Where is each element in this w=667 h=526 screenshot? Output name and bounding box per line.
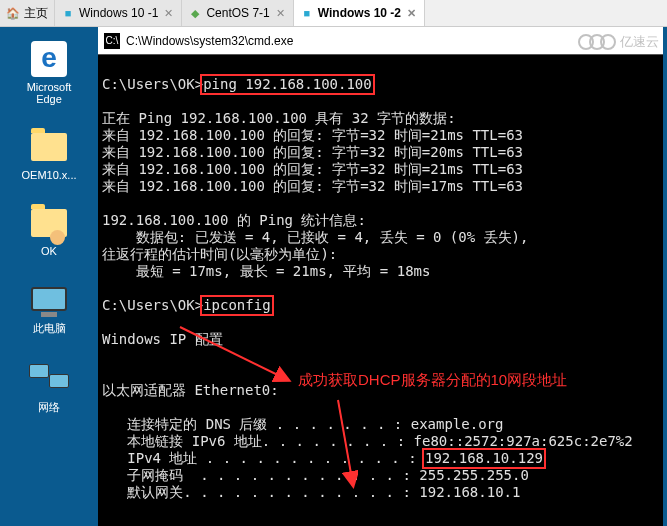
desktop-area: e Microsoft Edge OEM10.x... OK 此电脑 网络 (0, 27, 98, 526)
desktop-label: OK (9, 245, 89, 257)
highlight-ipconfig-cmd: ipconfig (200, 295, 273, 316)
cmd-text: 来自 192.168.100.100 的回复: 字节=32 时间=21ms TT… (102, 161, 523, 177)
cmd-text: 子网掩码 . . . . . . . . . . . . : 255.255.2… (102, 467, 529, 483)
cmd-text: 最短 = 17ms, 最长 = 21ms, 平均 = 18ms (102, 263, 430, 279)
desktop-item-edge[interactable]: e Microsoft Edge (9, 39, 89, 105)
cmd-icon: C:\ (104, 33, 120, 49)
cmd-text: 数据包: 已发送 = 4, 已接收 = 4, 丢失 = 0 (0% 丢失), (102, 229, 528, 245)
desktop-label: Microsoft (9, 81, 89, 93)
tab-win10-2[interactable]: ■ Windows 10 -2 ✕ (294, 0, 425, 26)
home-icon: 🏠 (6, 6, 20, 20)
desktop-item-user-folder[interactable]: OK (9, 203, 89, 257)
this-pc-icon (29, 279, 69, 319)
cmd-title-text: C:\Windows\system32\cmd.exe (126, 34, 293, 48)
vm-tab-bar: 🏠 主页 ■ Windows 10 -1 ✕ ◆ CentOS 7-1 ✕ ■ … (0, 0, 667, 27)
desktop-label: OEM10.x... (9, 169, 89, 181)
desktop-label: Edge (9, 93, 89, 105)
cmd-text: 来自 192.168.100.100 的回复: 字节=32 时间=20ms TT… (102, 144, 523, 160)
close-icon[interactable]: ✕ (162, 7, 175, 20)
tab-label: Windows 10 -1 (79, 6, 158, 20)
windows-icon: ■ (300, 6, 314, 20)
desktop-item-this-pc[interactable]: 此电脑 (9, 279, 89, 336)
cmd-text: Windows IP 配置 (102, 331, 223, 347)
cmd-text: 正在 Ping 192.168.100.100 具有 32 字节的数据: (102, 110, 456, 126)
tab-win10-1[interactable]: ■ Windows 10 -1 ✕ (55, 0, 182, 26)
cmd-text: 来自 192.168.100.100 的回复: 字节=32 时间=17ms TT… (102, 178, 523, 194)
folder-icon (29, 127, 69, 167)
close-icon[interactable]: ✕ (405, 7, 418, 20)
user-folder-icon (29, 203, 69, 243)
desktop-label: 网络 (9, 400, 89, 415)
tab-label: CentOS 7-1 (206, 6, 269, 20)
tab-home[interactable]: 🏠 主页 (0, 0, 55, 26)
close-icon[interactable]: ✕ (274, 7, 287, 20)
windows-icon: ■ (61, 6, 75, 20)
cmd-text: IPv4 地址 . . . . . . . . . . . . : (102, 450, 425, 466)
network-icon (29, 358, 69, 398)
tab-label: Windows 10 -2 (318, 6, 401, 20)
watermark-text: 亿速云 (620, 33, 659, 51)
cmd-text: 192.168.100.100 的 Ping 统计信息: (102, 212, 366, 228)
annotation-text: 成功获取DHCP服务器分配的10网段地址 (298, 371, 567, 388)
cmd-text: C:\Users\OK> (102, 76, 203, 92)
centos-icon: ◆ (188, 6, 202, 20)
cmd-text: 以太网适配器 Ethernet0: (102, 382, 279, 398)
cmd-text: 往返行程的估计时间(以毫秒为单位): (102, 246, 337, 262)
cmd-text: 本地链接 IPv6 地址. . . . . . . . : fe80::2572… (102, 433, 633, 449)
edge-icon: e (29, 39, 69, 79)
cmd-window: C:\ C:\Windows\system32\cmd.exe C:\Users… (98, 27, 663, 526)
cmd-output[interactable]: C:\Users\OK>ping 192.168.100.100 正在 Ping… (98, 55, 663, 526)
watermark: 亿速云 (583, 33, 659, 51)
cmd-text: 默认网关. . . . . . . . . . . . . : 192.168.… (102, 484, 520, 500)
tab-centos7-1[interactable]: ◆ CentOS 7-1 ✕ (182, 0, 293, 26)
desktop-item-oem-folder[interactable]: OEM10.x... (9, 127, 89, 181)
tab-label: 主页 (24, 5, 48, 22)
watermark-logo-icon (583, 34, 616, 50)
cmd-text: 来自 192.168.100.100 的回复: 字节=32 时间=21ms TT… (102, 127, 523, 143)
highlight-ping-cmd: ping 192.168.100.100 (200, 74, 375, 95)
desktop-label: 此电脑 (9, 321, 89, 336)
cmd-text: 连接特定的 DNS 后缀 . . . . . . . : example.org (102, 416, 503, 432)
cmd-text: C:\Users\OK> (102, 297, 203, 313)
highlight-ipv4-value: 192.168.10.129 (422, 448, 546, 469)
desktop-item-network[interactable]: 网络 (9, 358, 89, 415)
